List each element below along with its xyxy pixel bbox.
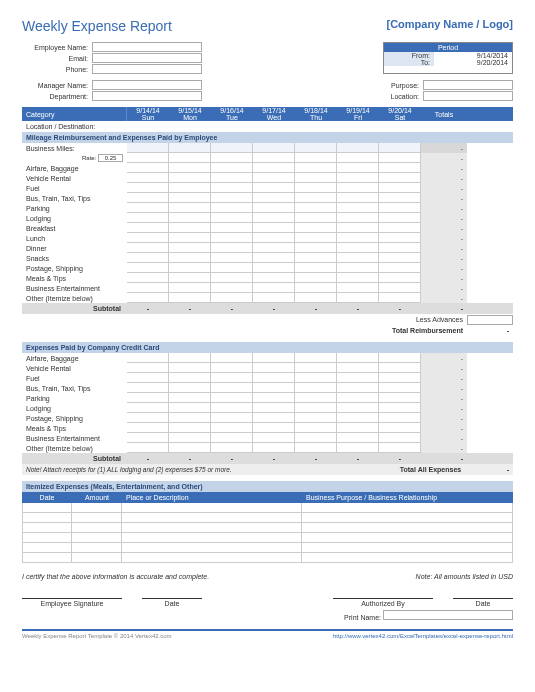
itemized-cell[interactable] bbox=[72, 503, 122, 513]
expense-cell[interactable] bbox=[169, 353, 211, 363]
itemized-cell[interactable] bbox=[22, 513, 72, 523]
expense-cell[interactable] bbox=[169, 193, 211, 203]
expense-cell[interactable] bbox=[295, 253, 337, 263]
expense-cell[interactable] bbox=[169, 263, 211, 273]
employee-signature[interactable]: Employee Signature bbox=[22, 598, 122, 607]
expense-cell[interactable] bbox=[295, 413, 337, 423]
expense-cell[interactable] bbox=[253, 253, 295, 263]
expense-cell[interactable] bbox=[211, 263, 253, 273]
expense-cell[interactable] bbox=[295, 443, 337, 453]
expense-cell[interactable] bbox=[253, 283, 295, 293]
itemized-cell[interactable] bbox=[302, 513, 513, 523]
expense-cell[interactable] bbox=[211, 253, 253, 263]
expense-cell[interactable] bbox=[127, 173, 169, 183]
expense-cell[interactable] bbox=[169, 173, 211, 183]
auth-date[interactable]: Date bbox=[453, 598, 513, 607]
expense-cell[interactable] bbox=[211, 293, 253, 303]
expense-cell[interactable] bbox=[379, 283, 421, 293]
expense-cell[interactable] bbox=[127, 423, 169, 433]
expense-cell[interactable] bbox=[127, 163, 169, 173]
expense-cell[interactable] bbox=[253, 193, 295, 203]
expense-cell[interactable] bbox=[379, 233, 421, 243]
itemized-cell[interactable] bbox=[72, 533, 122, 543]
expense-cell[interactable] bbox=[295, 183, 337, 193]
expense-cell[interactable] bbox=[211, 163, 253, 173]
itemized-cell[interactable] bbox=[122, 543, 302, 553]
expense-cell[interactable] bbox=[253, 423, 295, 433]
expense-cell[interactable] bbox=[337, 203, 379, 213]
expense-cell[interactable] bbox=[253, 363, 295, 373]
expense-cell[interactable] bbox=[379, 393, 421, 403]
expense-cell[interactable] bbox=[211, 443, 253, 453]
itemized-cell[interactable] bbox=[72, 513, 122, 523]
itemized-cell[interactable] bbox=[302, 503, 513, 513]
expense-cell[interactable] bbox=[169, 233, 211, 243]
expense-cell[interactable] bbox=[169, 213, 211, 223]
expense-cell[interactable] bbox=[295, 213, 337, 223]
expense-cell[interactable] bbox=[127, 383, 169, 393]
meta-input[interactable] bbox=[423, 91, 513, 101]
expense-cell[interactable] bbox=[169, 273, 211, 283]
expense-cell[interactable] bbox=[211, 383, 253, 393]
expense-cell[interactable] bbox=[337, 403, 379, 413]
employee-sig-date[interactable]: Date bbox=[142, 598, 202, 607]
expense-cell[interactable] bbox=[379, 373, 421, 383]
expense-cell[interactable] bbox=[253, 403, 295, 413]
expense-cell[interactable] bbox=[127, 273, 169, 283]
expense-cell[interactable] bbox=[169, 163, 211, 173]
expense-cell[interactable] bbox=[253, 243, 295, 253]
expense-cell[interactable] bbox=[211, 283, 253, 293]
expense-cell[interactable] bbox=[253, 163, 295, 173]
expense-cell[interactable] bbox=[127, 233, 169, 243]
expense-cell[interactable] bbox=[295, 173, 337, 183]
expense-cell[interactable] bbox=[337, 273, 379, 283]
expense-cell[interactable] bbox=[127, 353, 169, 363]
expense-cell[interactable] bbox=[127, 413, 169, 423]
expense-cell[interactable] bbox=[211, 363, 253, 373]
expense-cell[interactable] bbox=[169, 443, 211, 453]
expense-cell[interactable] bbox=[337, 423, 379, 433]
expense-cell[interactable] bbox=[379, 173, 421, 183]
expense-cell[interactable] bbox=[379, 433, 421, 443]
itemized-cell[interactable] bbox=[122, 503, 302, 513]
expense-cell[interactable] bbox=[337, 293, 379, 303]
expense-cell[interactable] bbox=[379, 253, 421, 263]
expense-cell[interactable] bbox=[211, 413, 253, 423]
itemized-cell[interactable] bbox=[302, 523, 513, 533]
expense-cell[interactable] bbox=[337, 213, 379, 223]
expense-cell[interactable] bbox=[211, 173, 253, 183]
expense-cell[interactable] bbox=[379, 293, 421, 303]
expense-cell[interactable] bbox=[253, 383, 295, 393]
expense-cell[interactable] bbox=[295, 393, 337, 403]
expense-cell[interactable] bbox=[169, 223, 211, 233]
expense-cell[interactable] bbox=[127, 213, 169, 223]
expense-cell[interactable] bbox=[379, 163, 421, 173]
expense-cell[interactable] bbox=[295, 273, 337, 283]
expense-cell[interactable] bbox=[127, 403, 169, 413]
expense-cell[interactable] bbox=[337, 243, 379, 253]
footer-link[interactable]: http://www.vertex42.com/ExcelTemplates/e… bbox=[333, 633, 513, 639]
expense-cell[interactable] bbox=[337, 193, 379, 203]
expense-cell[interactable] bbox=[169, 433, 211, 443]
expense-cell[interactable] bbox=[169, 403, 211, 413]
expense-cell[interactable] bbox=[127, 243, 169, 253]
expense-cell[interactable] bbox=[127, 203, 169, 213]
expense-cell[interactable] bbox=[169, 383, 211, 393]
expense-cell[interactable] bbox=[379, 243, 421, 253]
expense-cell[interactable] bbox=[337, 283, 379, 293]
expense-cell[interactable] bbox=[211, 273, 253, 283]
expense-cell[interactable] bbox=[337, 363, 379, 373]
expense-cell[interactable] bbox=[169, 283, 211, 293]
expense-cell[interactable] bbox=[253, 393, 295, 403]
expense-cell[interactable] bbox=[127, 433, 169, 443]
expense-cell[interactable] bbox=[337, 183, 379, 193]
expense-cell[interactable] bbox=[337, 373, 379, 383]
meta-input[interactable] bbox=[92, 80, 202, 90]
expense-cell[interactable] bbox=[253, 173, 295, 183]
expense-cell[interactable] bbox=[295, 203, 337, 213]
itemized-cell[interactable] bbox=[22, 523, 72, 533]
expense-cell[interactable] bbox=[379, 223, 421, 233]
meta-input[interactable] bbox=[92, 91, 202, 101]
expense-cell[interactable] bbox=[253, 223, 295, 233]
expense-cell[interactable] bbox=[379, 263, 421, 273]
